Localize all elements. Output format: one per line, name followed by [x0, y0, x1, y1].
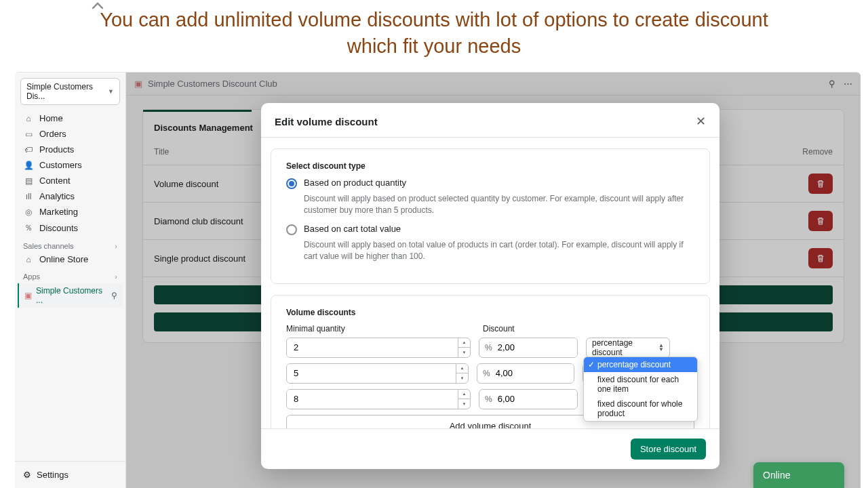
tag-icon: 🏷	[23, 145, 34, 155]
modal-title: Edit volume discount	[275, 116, 378, 127]
discount-input[interactable]: % ▲▼	[479, 338, 578, 358]
store-icon: ⌂	[23, 255, 34, 264]
discount-type-dropdown: percentage discount fixed discount for e…	[583, 357, 698, 422]
sidebar: Simple Customers Dis... ▼ ⌂Home ▭Orders …	[15, 73, 126, 488]
radio-quantity[interactable]: Based on product quantity	[286, 178, 694, 189]
discount-field[interactable]	[498, 390, 578, 409]
step-up-icon[interactable]: ▲	[458, 390, 470, 400]
sidebar-item-label: Marketing	[39, 207, 78, 217]
gear-icon: ⚙	[23, 470, 31, 480]
step-up-icon[interactable]: ▲	[456, 364, 468, 374]
stepper[interactable]: ▲▼	[458, 390, 470, 409]
sidebar-item-home[interactable]: ⌂Home	[15, 110, 125, 126]
discount-field[interactable]	[496, 364, 575, 383]
sidebar-item-discounts[interactable]: ％Discounts	[15, 220, 125, 237]
discount-type-section: Select discount type Based on product qu…	[271, 148, 710, 284]
sidebar-item-label: Products	[39, 144, 74, 155]
dropdown-option[interactable]: fixed discount for each one item	[584, 372, 697, 396]
app-selector-label: Simple Customers Dis...	[26, 82, 108, 101]
orders-icon: ▭	[23, 129, 34, 139]
discount-input[interactable]: % ▲▼	[477, 363, 574, 384]
sidebar-item-label: Content	[39, 176, 71, 186]
home-icon: ⌂	[23, 114, 34, 123]
radio-description: Discount will apply based on total value…	[304, 239, 694, 263]
sidebar-item-label: Online Store	[39, 254, 88, 264]
step-down-icon[interactable]: ▼	[456, 373, 468, 383]
discount-field[interactable]	[498, 338, 578, 357]
sidebar-item-products[interactable]: 🏷Products	[15, 142, 125, 157]
step-up-icon[interactable]: ▲	[458, 338, 470, 348]
chevron-up-icon	[92, 1, 104, 9]
sidebar-item-customers[interactable]: 👤Customers	[15, 157, 125, 173]
radio-label: Based on product quantity	[304, 178, 406, 188]
qty-input[interactable]: ▲▼	[286, 389, 471, 409]
radio-label: Based on cart total value	[304, 224, 401, 234]
person-icon: 👤	[23, 161, 34, 170]
sidebar-item-content[interactable]: ▤Content	[15, 173, 125, 188]
chevron-right-icon: ›	[115, 272, 117, 281]
marketing-icon: ◎	[23, 207, 34, 217]
sidebar-item-label: Customers	[39, 160, 82, 170]
app-icon: ▣	[24, 291, 32, 300]
chevron-right-icon: ›	[115, 242, 117, 250]
qty-input[interactable]: ▲▼	[286, 338, 471, 358]
radio-cart-total[interactable]: Based on cart total value	[286, 224, 694, 235]
discount-icon: ％	[23, 222, 34, 234]
percent-icon: %	[479, 343, 498, 352]
section-label: Select discount type	[286, 161, 694, 171]
radio-icon	[286, 178, 297, 189]
dropdown-option[interactable]: percentage discount	[584, 357, 697, 372]
hero-headline: You can add unlimited volume discounts w…	[0, 0, 868, 65]
sidebar-item-label: Settings	[37, 470, 68, 480]
app-selector[interactable]: Simple Customers Dis... ▼	[20, 78, 120, 105]
pin-icon[interactable]: ⚲	[111, 291, 117, 300]
qty-field[interactable]	[287, 364, 456, 383]
analytics-icon: ıll	[23, 192, 34, 201]
qty-input[interactable]: ▲▼	[286, 363, 469, 384]
sidebar-item-marketing[interactable]: ◎Marketing	[15, 204, 125, 220]
section-label: Sales channels	[23, 242, 74, 250]
content-icon: ▤	[23, 176, 34, 186]
radio-icon	[286, 224, 297, 235]
sidebar-item-orders[interactable]: ▭Orders	[15, 126, 125, 142]
sidebar-item-online-store[interactable]: ⌂Online Store	[15, 251, 125, 267]
disc-header: Discount	[483, 324, 694, 333]
discount-type-select[interactable]: percentage discount ▲▼	[586, 338, 670, 358]
tier-row: ▲▼ % ▲▼ percentage discount ▲▼	[286, 338, 694, 358]
sidebar-item-label: Discounts	[39, 223, 78, 233]
stepper[interactable]: ▲▼	[458, 338, 470, 357]
select-value: percentage discount	[592, 338, 658, 357]
sidebar-item-label: Analytics	[39, 191, 75, 201]
step-down-icon[interactable]: ▼	[458, 348, 470, 357]
close-icon[interactable]: ✕	[696, 114, 706, 129]
sidebar-item-settings[interactable]: ⚙ Settings	[15, 461, 125, 488]
qty-header: Minimal quantity	[286, 324, 471, 333]
qty-field[interactable]	[287, 338, 458, 357]
sidebar-item-label: Home	[39, 113, 63, 123]
sidebar-item-current-app[interactable]: ▣ Simple Customers ... ⚲	[18, 283, 123, 308]
sales-channels-header[interactable]: Sales channels ›	[15, 237, 125, 251]
online-label: Online	[763, 470, 790, 481]
online-status-widget[interactable]: Online	[753, 462, 844, 488]
step-down-icon[interactable]: ▼	[458, 399, 470, 409]
apps-header[interactable]: Apps ›	[15, 267, 125, 282]
percent-icon: %	[479, 394, 498, 404]
sidebar-item-analytics[interactable]: ıllAnalytics	[15, 188, 125, 204]
store-discount-button[interactable]: Store discount	[631, 439, 706, 460]
dropdown-option[interactable]: fixed discount for whole product	[584, 396, 697, 421]
section-label: Apps	[23, 272, 40, 281]
radio-description: Discount will apply based on product sel…	[304, 193, 694, 217]
sort-icon: ▲▼	[658, 344, 664, 351]
caret-down-icon: ▼	[108, 88, 114, 95]
qty-field[interactable]	[287, 390, 458, 409]
sidebar-item-label: Simple Customers ...	[36, 286, 107, 305]
sidebar-item-label: Orders	[39, 129, 66, 139]
percent-icon: %	[477, 369, 496, 378]
stepper[interactable]: ▲▼	[456, 364, 468, 383]
section-label: Volume discounts	[286, 308, 694, 317]
discount-input[interactable]: % ▲▼	[479, 389, 578, 409]
